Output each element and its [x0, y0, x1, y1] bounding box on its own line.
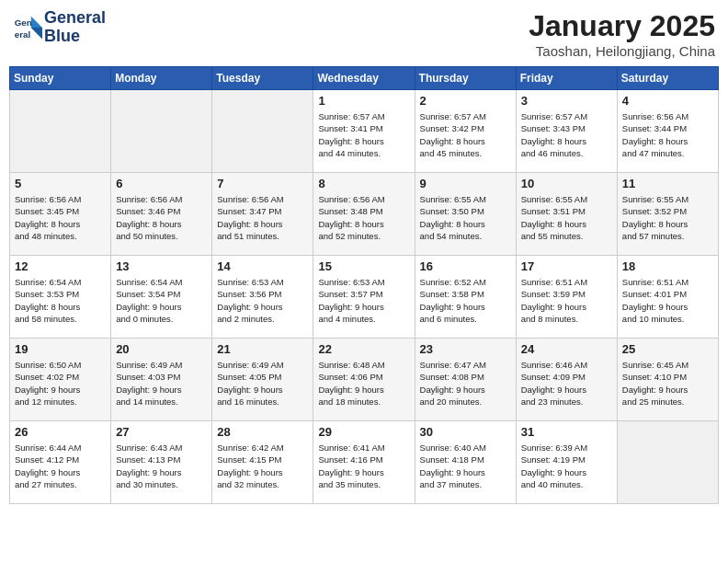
calendar-header: SundayMondayTuesdayWednesdayThursdayFrid… — [10, 67, 719, 90]
day-info: Sunrise: 6:57 AM Sunset: 3:42 PM Dayligh… — [420, 110, 511, 159]
calendar-cell: 18Sunrise: 6:51 AM Sunset: 4:01 PM Dayli… — [617, 256, 718, 339]
calendar-cell: 19Sunrise: 6:50 AM Sunset: 4:02 PM Dayli… — [10, 339, 111, 421]
calendar-cell — [111, 90, 212, 173]
calendar-cell: 24Sunrise: 6:46 AM Sunset: 4:09 PM Dayli… — [516, 339, 617, 421]
calendar-cell: 16Sunrise: 6:52 AM Sunset: 3:58 PM Dayli… — [415, 256, 516, 339]
svg-text:eral: eral — [15, 29, 31, 39]
day-info: Sunrise: 6:56 AM Sunset: 3:46 PM Dayligh… — [116, 193, 207, 242]
day-info: Sunrise: 6:57 AM Sunset: 3:41 PM Dayligh… — [318, 110, 409, 159]
day-info: Sunrise: 6:56 AM Sunset: 3:44 PM Dayligh… — [622, 110, 713, 159]
day-number: 1 — [318, 94, 409, 108]
day-info: Sunrise: 6:54 AM Sunset: 3:53 PM Dayligh… — [15, 276, 106, 325]
location-subtitle: Taoshan, Heilongjiang, China — [529, 43, 715, 59]
day-info: Sunrise: 6:51 AM Sunset: 4:01 PM Dayligh… — [622, 276, 713, 325]
day-info: Sunrise: 6:50 AM Sunset: 4:02 PM Dayligh… — [15, 359, 106, 408]
day-number: 20 — [116, 342, 207, 356]
calendar-cell: 1Sunrise: 6:57 AM Sunset: 3:41 PM Daylig… — [313, 90, 415, 173]
weekday-header-friday: Friday — [516, 67, 617, 90]
day-number: 10 — [521, 177, 612, 190]
day-number: 4 — [622, 94, 713, 108]
day-info: Sunrise: 6:46 AM Sunset: 4:09 PM Dayligh… — [521, 359, 612, 408]
logo-icon: Gen eral — [13, 13, 42, 42]
day-number: 12 — [15, 259, 106, 273]
weekday-header-sunday: Sunday — [10, 67, 111, 90]
day-number: 2 — [420, 94, 511, 108]
day-number: 15 — [318, 259, 409, 273]
day-info: Sunrise: 6:53 AM Sunset: 3:57 PM Dayligh… — [318, 276, 409, 325]
day-number: 23 — [420, 342, 511, 356]
day-number: 8 — [318, 177, 409, 190]
calendar-cell: 4Sunrise: 6:56 AM Sunset: 3:44 PM Daylig… — [617, 90, 718, 173]
calendar-cell: 27Sunrise: 6:43 AM Sunset: 4:13 PM Dayli… — [111, 421, 212, 504]
calendar-cell: 6Sunrise: 6:56 AM Sunset: 3:46 PM Daylig… — [111, 173, 212, 256]
calendar-cell — [10, 90, 111, 173]
day-number: 3 — [521, 94, 612, 108]
logo-text2: Blue — [44, 28, 106, 46]
calendar-cell: 7Sunrise: 6:56 AM Sunset: 3:47 PM Daylig… — [212, 173, 313, 256]
day-info: Sunrise: 6:43 AM Sunset: 4:13 PM Dayligh… — [116, 442, 207, 490]
page-header: Gen eral General Blue January 2025 Taosh… — [9, 9, 719, 59]
calendar-week-row: 19Sunrise: 6:50 AM Sunset: 4:02 PM Dayli… — [10, 339, 719, 421]
day-info: Sunrise: 6:45 AM Sunset: 4:10 PM Dayligh… — [622, 359, 713, 408]
day-info: Sunrise: 6:49 AM Sunset: 4:05 PM Dayligh… — [217, 359, 308, 408]
calendar-cell: 26Sunrise: 6:44 AM Sunset: 4:12 PM Dayli… — [10, 421, 111, 504]
day-info: Sunrise: 6:56 AM Sunset: 3:48 PM Dayligh… — [318, 193, 409, 242]
weekday-header-thursday: Thursday — [415, 67, 516, 90]
day-number: 14 — [217, 259, 308, 273]
day-number: 25 — [622, 342, 713, 356]
calendar-cell: 12Sunrise: 6:54 AM Sunset: 3:53 PM Dayli… — [10, 256, 111, 339]
day-number: 22 — [318, 342, 409, 356]
day-info: Sunrise: 6:47 AM Sunset: 4:08 PM Dayligh… — [420, 359, 511, 408]
calendar-week-row: 1Sunrise: 6:57 AM Sunset: 3:41 PM Daylig… — [10, 90, 719, 173]
calendar-week-row: 12Sunrise: 6:54 AM Sunset: 3:53 PM Dayli… — [10, 256, 719, 339]
calendar-body: 1Sunrise: 6:57 AM Sunset: 3:41 PM Daylig… — [10, 90, 719, 504]
calendar-week-row: 26Sunrise: 6:44 AM Sunset: 4:12 PM Dayli… — [10, 421, 719, 504]
day-number: 9 — [420, 177, 511, 190]
day-number: 19 — [15, 342, 106, 356]
day-number: 6 — [116, 177, 207, 190]
calendar-cell: 25Sunrise: 6:45 AM Sunset: 4:10 PM Dayli… — [617, 339, 718, 421]
svg-text:Gen: Gen — [15, 17, 32, 28]
day-number: 5 — [15, 177, 106, 190]
calendar-cell: 8Sunrise: 6:56 AM Sunset: 3:48 PM Daylig… — [313, 173, 415, 256]
calendar-week-row: 5Sunrise: 6:56 AM Sunset: 3:45 PM Daylig… — [10, 173, 719, 256]
calendar-cell: 10Sunrise: 6:55 AM Sunset: 3:51 PM Dayli… — [516, 173, 617, 256]
weekday-header-wednesday: Wednesday — [313, 67, 415, 90]
weekday-header-saturday: Saturday — [617, 67, 718, 90]
calendar-cell: 11Sunrise: 6:55 AM Sunset: 3:52 PM Dayli… — [617, 173, 718, 256]
calendar-cell — [212, 90, 313, 173]
calendar-cell: 13Sunrise: 6:54 AM Sunset: 3:54 PM Dayli… — [111, 256, 212, 339]
calendar-cell: 31Sunrise: 6:39 AM Sunset: 4:19 PM Dayli… — [516, 421, 617, 504]
weekday-header-monday: Monday — [111, 67, 212, 90]
day-number: 11 — [622, 177, 713, 190]
calendar-cell: 15Sunrise: 6:53 AM Sunset: 3:57 PM Dayli… — [313, 256, 415, 339]
day-number: 18 — [622, 259, 713, 273]
day-info: Sunrise: 6:48 AM Sunset: 4:06 PM Dayligh… — [318, 359, 409, 408]
day-number: 31 — [521, 425, 612, 439]
calendar-cell: 20Sunrise: 6:49 AM Sunset: 4:03 PM Dayli… — [111, 339, 212, 421]
calendar-cell: 21Sunrise: 6:49 AM Sunset: 4:05 PM Dayli… — [212, 339, 313, 421]
day-number: 28 — [217, 425, 308, 439]
day-number: 27 — [116, 425, 207, 439]
calendar-cell: 23Sunrise: 6:47 AM Sunset: 4:08 PM Dayli… — [415, 339, 516, 421]
day-info: Sunrise: 6:55 AM Sunset: 3:52 PM Dayligh… — [622, 193, 713, 242]
day-number: 13 — [116, 259, 207, 273]
calendar-cell: 28Sunrise: 6:42 AM Sunset: 4:15 PM Dayli… — [212, 421, 313, 504]
day-number: 26 — [15, 425, 106, 439]
calendar-cell: 5Sunrise: 6:56 AM Sunset: 3:45 PM Daylig… — [10, 173, 111, 256]
day-info: Sunrise: 6:41 AM Sunset: 4:16 PM Dayligh… — [318, 442, 409, 490]
calendar-cell: 14Sunrise: 6:53 AM Sunset: 3:56 PM Dayli… — [212, 256, 313, 339]
day-number: 16 — [420, 259, 511, 273]
calendar-cell: 29Sunrise: 6:41 AM Sunset: 4:16 PM Dayli… — [313, 421, 415, 504]
title-block: January 2025 Taoshan, Heilongjiang, Chin… — [529, 9, 715, 59]
day-info: Sunrise: 6:51 AM Sunset: 3:59 PM Dayligh… — [521, 276, 612, 325]
day-info: Sunrise: 6:40 AM Sunset: 4:18 PM Dayligh… — [420, 442, 511, 490]
day-info: Sunrise: 6:55 AM Sunset: 3:50 PM Dayligh… — [420, 193, 511, 242]
day-info: Sunrise: 6:56 AM Sunset: 3:47 PM Dayligh… — [217, 193, 308, 242]
day-number: 29 — [318, 425, 409, 439]
day-number: 24 — [521, 342, 612, 356]
day-info: Sunrise: 6:52 AM Sunset: 3:58 PM Dayligh… — [420, 276, 511, 325]
calendar-table: SundayMondayTuesdayWednesdayThursdayFrid… — [9, 66, 719, 504]
logo: Gen eral General Blue — [13, 9, 106, 46]
calendar-cell: 9Sunrise: 6:55 AM Sunset: 3:50 PM Daylig… — [415, 173, 516, 256]
